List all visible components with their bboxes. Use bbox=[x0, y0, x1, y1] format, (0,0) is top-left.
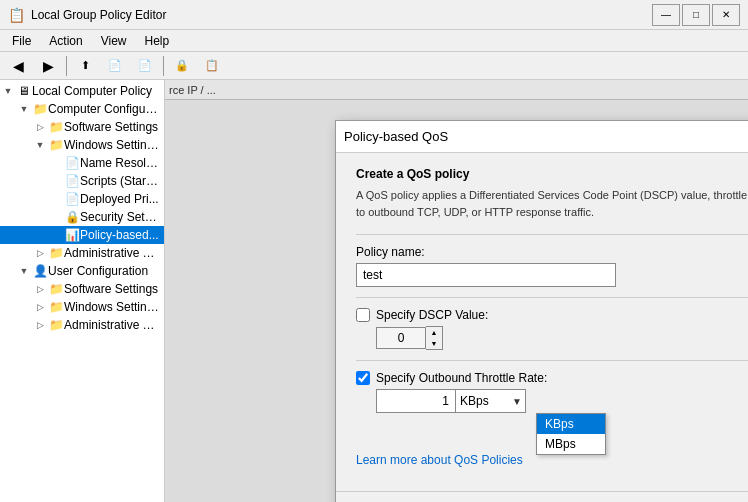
throttle-unit-select[interactable]: KBps MBps bbox=[456, 389, 526, 413]
toolbar: ◀ ▶ ⬆ 📄 📄 🔒 📋 bbox=[0, 52, 748, 80]
tree-item-security-settings[interactable]: 🔒 Security Setti... bbox=[0, 208, 164, 226]
tree-item-scripts[interactable]: 📄 Scripts (Startu... bbox=[0, 172, 164, 190]
divider-1 bbox=[356, 234, 748, 235]
dscp-checkbox-label: Specify DSCP Value: bbox=[376, 308, 488, 322]
menu-view[interactable]: View bbox=[93, 32, 135, 50]
menu-help[interactable]: Help bbox=[137, 32, 178, 50]
tree-label: Computer Configura... bbox=[48, 102, 160, 116]
properties-button[interactable]: 📋 bbox=[198, 54, 226, 78]
learn-more-link[interactable]: Learn more about QoS Policies bbox=[356, 453, 748, 467]
tree-item-user-configuration[interactable]: ▼ 👤 User Configuration bbox=[0, 262, 164, 280]
tree-label: Software Settings bbox=[64, 120, 160, 134]
tree-label: User Configuration bbox=[48, 264, 160, 278]
folder-icon: 📁 bbox=[48, 120, 64, 134]
toggle-icon: ▷ bbox=[32, 284, 48, 294]
doc-icon: 📄 bbox=[64, 174, 80, 188]
tree-label: Deployed Pri... bbox=[80, 192, 160, 206]
dialog-footer: < Back Next > Cancel bbox=[336, 491, 748, 502]
tree-label: Administrative Te... bbox=[64, 318, 160, 332]
throttle-checkbox-label: Specify Outbound Throttle Rate: bbox=[376, 371, 547, 385]
toolbar-separator-2 bbox=[163, 56, 164, 76]
show-hide-button[interactable]: 📄 bbox=[101, 54, 129, 78]
policy-name-label: Policy name: bbox=[356, 245, 748, 259]
tree-item-deployed-printers[interactable]: 📄 Deployed Pri... bbox=[0, 190, 164, 208]
tree-item-policy-based[interactable]: 📊 Policy-based... bbox=[0, 226, 164, 244]
tree-item-windows-settings-2[interactable]: ▷ 📁 Windows Setting... bbox=[0, 298, 164, 316]
back-button[interactable]: ◀ bbox=[4, 54, 32, 78]
folder-icon: 📁 bbox=[48, 282, 64, 296]
dialog-body: Create a QoS policy A QoS policy applies… bbox=[336, 153, 748, 491]
title-bar: 📋 Local Group Policy Editor — □ ✕ bbox=[0, 0, 748, 30]
toggle-icon: ▷ bbox=[32, 320, 48, 330]
folder-icon: 📁 bbox=[32, 102, 48, 116]
tree-item-name-resolution[interactable]: 📄 Name Resolu... bbox=[0, 154, 164, 172]
menu-bar: File Action View Help bbox=[0, 30, 748, 52]
doc-icon: 📄 bbox=[64, 156, 80, 170]
shield-icon: 🔒 bbox=[64, 210, 80, 224]
right-panel: rce IP / ... Policy-based QoS ✕ Create a… bbox=[165, 80, 748, 502]
up-button[interactable]: ⬆ bbox=[71, 54, 99, 78]
minimize-button[interactable]: — bbox=[652, 4, 680, 26]
tree-item-software-settings-2[interactable]: ▷ 📁 Software Settings bbox=[0, 280, 164, 298]
maximize-button[interactable]: □ bbox=[682, 4, 710, 26]
toggle-icon: ▷ bbox=[32, 122, 48, 132]
tree-label: Windows Setting... bbox=[64, 300, 160, 314]
main-area: ▼ 🖥 Local Computer Policy ▼ 📁 Computer C… bbox=[0, 80, 748, 502]
copy-button[interactable]: 📄 bbox=[131, 54, 159, 78]
toolbar-separator-1 bbox=[66, 56, 67, 76]
tree-label: Name Resolu... bbox=[80, 156, 160, 170]
tree-label: Windows Setting... bbox=[64, 138, 160, 152]
divider-2 bbox=[356, 297, 748, 298]
folder-icon: 📁 bbox=[48, 246, 64, 260]
toggle-icon: ▷ bbox=[32, 248, 48, 258]
divider-3 bbox=[356, 360, 748, 361]
option-kbps[interactable]: KBps bbox=[537, 414, 605, 434]
dialog-title: Policy-based QoS bbox=[344, 129, 748, 144]
tree-label: Security Setti... bbox=[80, 210, 160, 224]
toggle-icon: ▼ bbox=[16, 266, 32, 276]
tree-label: Local Computer Policy bbox=[32, 84, 160, 98]
sidebar-tree: ▼ 🖥 Local Computer Policy ▼ 📁 Computer C… bbox=[0, 80, 165, 502]
window-controls: — □ ✕ bbox=[652, 4, 740, 26]
toggle-icon: ▼ bbox=[32, 140, 48, 150]
user-icon: 👤 bbox=[32, 264, 48, 278]
close-button[interactable]: ✕ bbox=[712, 4, 740, 26]
qos-dialog: Policy-based QoS ✕ Create a QoS policy A… bbox=[335, 120, 748, 502]
option-mbps[interactable]: MBps bbox=[537, 434, 605, 454]
window-title: Local Group Policy Editor bbox=[31, 8, 646, 22]
throttle-checkbox[interactable] bbox=[356, 371, 370, 385]
dscp-checkbox-row: Specify DSCP Value: bbox=[356, 308, 748, 322]
tree-item-admin-templates-1[interactable]: ▷ 📁 Administrative Te... bbox=[0, 244, 164, 262]
description-text: A QoS policy applies a Differentiated Se… bbox=[356, 187, 748, 220]
tree-label: Scripts (Startu... bbox=[80, 174, 160, 188]
tree-item-local-computer-policy[interactable]: ▼ 🖥 Local Computer Policy bbox=[0, 82, 164, 100]
dscp-spinner-group: ▲ ▼ bbox=[376, 326, 748, 350]
tree-item-admin-templates-2[interactable]: ▷ 📁 Administrative Te... bbox=[0, 316, 164, 334]
menu-action[interactable]: Action bbox=[41, 32, 90, 50]
throttle-value-input[interactable] bbox=[376, 389, 456, 413]
policy-name-input[interactable] bbox=[356, 263, 616, 287]
folder-icon: 📁 bbox=[48, 300, 64, 314]
folder-icon: 📁 bbox=[48, 138, 64, 152]
tree-label: Administrative Te... bbox=[64, 246, 160, 260]
throttle-control-row: KBps MBps ▼ KBps MBps bbox=[376, 389, 748, 413]
throttle-dropdown-list: KBps MBps bbox=[536, 413, 606, 455]
tree-label: Policy-based... bbox=[80, 228, 160, 242]
dscp-decrement-button[interactable]: ▼ bbox=[426, 338, 442, 349]
chart-icon: 📊 bbox=[64, 228, 80, 242]
computer-icon: 🖥 bbox=[16, 84, 32, 98]
tree-item-software-settings-1[interactable]: ▷ 📁 Software Settings bbox=[0, 118, 164, 136]
dscp-spinner-buttons: ▲ ▼ bbox=[426, 326, 443, 350]
dscp-increment-button[interactable]: ▲ bbox=[426, 327, 442, 338]
tree-item-windows-settings-1[interactable]: ▼ 📁 Windows Setting... bbox=[0, 136, 164, 154]
tree-item-computer-configuration[interactable]: ▼ 📁 Computer Configura... bbox=[0, 100, 164, 118]
dscp-checkbox[interactable] bbox=[356, 308, 370, 322]
dscp-value-input[interactable] bbox=[376, 327, 426, 349]
throttle-checkbox-row: Specify Outbound Throttle Rate: bbox=[356, 371, 748, 385]
forward-button[interactable]: ▶ bbox=[34, 54, 62, 78]
toggle-icon: ▼ bbox=[16, 104, 32, 114]
throttle-unit-dropdown-wrapper: KBps MBps ▼ KBps MBps bbox=[456, 389, 526, 413]
lock-button[interactable]: 🔒 bbox=[168, 54, 196, 78]
menu-file[interactable]: File bbox=[4, 32, 39, 50]
section-title: Create a QoS policy bbox=[356, 167, 748, 181]
